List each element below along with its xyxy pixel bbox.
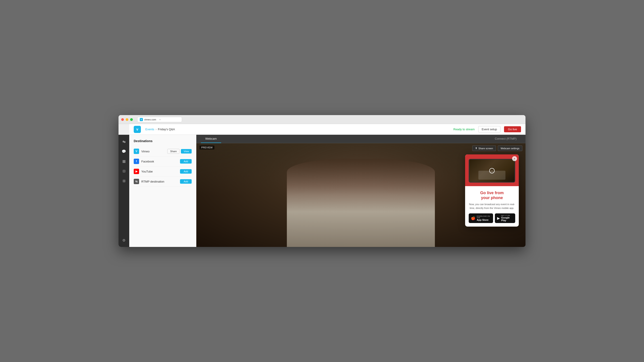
share-screen-label: Share screen xyxy=(478,147,493,150)
app-content: v Events › Friday's Q&A Ready to stream … xyxy=(118,124,526,247)
google-play-sub: GET IT ON xyxy=(501,215,513,216)
youtube-dest-name: YouTube xyxy=(141,170,180,173)
phone-mockup: LIVE ○ xyxy=(469,159,515,183)
vimeo-share-button[interactable]: Share xyxy=(167,149,180,154)
app-store-text: Download on the App Store xyxy=(477,215,491,221)
share-screen-icon: ⬆ xyxy=(475,147,477,150)
modal-close-button[interactable]: × xyxy=(512,156,517,161)
close-traffic-light[interactable] xyxy=(121,118,124,121)
app-store-sub: Download on the xyxy=(477,215,491,219)
rtmp-dest-name: RTMP destination xyxy=(141,180,180,183)
sidebar-icons: ⇆ 💬 ▦ ⊟ ⊞ ⚙ xyxy=(118,135,129,247)
phone-screen: LIVE ○ xyxy=(469,160,514,182)
sidebar-item-chat[interactable]: 💬 xyxy=(120,147,128,155)
preview-label: PREVIEW xyxy=(200,145,214,149)
modal-title: Go live from your phone xyxy=(469,191,515,200)
preview-controls: ⬆ Share screen Webcam settings xyxy=(472,145,522,151)
favicon: V xyxy=(140,118,143,121)
tab-connect-rtmp[interactable]: Connect (RTMP) xyxy=(490,135,521,143)
facebook-dest-name: Facebook xyxy=(141,160,180,163)
destinations-panel: Destinations V Vimeo Share View f Facebo… xyxy=(129,135,196,247)
sidebar-item-image[interactable]: ⊞ xyxy=(120,177,128,185)
preview-area: PREVIEW ⬆ Share screen Webcam settings × xyxy=(196,143,526,247)
modal-title-line2: your phone xyxy=(481,196,503,200)
sidebar-item-share[interactable]: ⇆ xyxy=(120,137,128,145)
store-buttons: 🍎 Download on the App Store ▶ xyxy=(469,213,515,223)
breadcrumb-current: Friday's Q&A xyxy=(158,128,175,131)
breadcrumb-parent[interactable]: Events xyxy=(145,128,154,131)
list-item: ▶ YouTube Add xyxy=(134,166,192,177)
modal-description: Now, you can broadcast any event in real… xyxy=(469,202,515,210)
facebook-add-button[interactable]: Add xyxy=(180,159,192,164)
phone-play-button: ○ xyxy=(489,168,495,173)
studio-tabs: Webcam Connect (RTMP) xyxy=(196,135,526,143)
google-play-icon: ▶ xyxy=(497,216,500,220)
address-bar[interactable]: V vimeo.com × xyxy=(137,117,182,122)
url-text: vimeo.com xyxy=(144,118,156,121)
modal-body: Go live from your phone Now, you can bro… xyxy=(465,186,519,227)
studio-area: Webcam Connect (RTMP) PREVIEW xyxy=(196,135,526,247)
top-nav-right: Ready to stream Event setup Go live xyxy=(454,126,521,132)
google-play-button[interactable]: ▶ GET IT ON Google Play xyxy=(495,213,515,223)
list-item: f Facebook Add xyxy=(134,156,192,166)
rtmp-add-button[interactable]: Add xyxy=(180,179,192,184)
destinations-title: Destinations xyxy=(134,139,192,143)
facebook-logo-dest: f xyxy=(134,159,139,164)
tab-close[interactable]: × xyxy=(159,118,160,121)
breadcrumb: Events › Friday's Q&A xyxy=(145,128,175,131)
browser-chrome: V vimeo.com × xyxy=(118,115,526,124)
event-setup-button[interactable]: Event setup xyxy=(478,126,500,132)
mobile-promo-modal: × LIVE xyxy=(465,154,519,227)
top-nav: v Events › Friday's Q&A Ready to stream … xyxy=(129,124,526,135)
vimeo-logo-icon: v xyxy=(134,126,141,133)
apple-icon: 🍎 xyxy=(471,216,476,220)
list-item: ⇆ RTMP destination Add xyxy=(134,177,192,187)
tab-webcam[interactable]: Webcam xyxy=(201,135,221,143)
webcam-settings-button[interactable]: Webcam settings xyxy=(498,145,522,151)
vimeo-logo-dest: V xyxy=(134,149,139,154)
list-item: V Vimeo Share View xyxy=(134,146,192,156)
google-play-name: Google Play xyxy=(501,216,513,222)
rtmp-logo-dest: ⇆ xyxy=(134,179,139,184)
modal-title-line1: Go live from xyxy=(480,191,504,195)
minimize-traffic-light[interactable] xyxy=(126,118,128,121)
vimeo-logo: v xyxy=(134,126,141,133)
main-panel: Destinations V Vimeo Share View f Facebo… xyxy=(129,135,526,247)
browser-window: V vimeo.com × v Events › Friday's Q&A Re… xyxy=(118,115,526,247)
sidebar-item-analytics[interactable]: ▦ xyxy=(120,157,128,165)
ready-to-stream-status: Ready to stream xyxy=(454,128,475,131)
share-screen-button[interactable]: ⬆ Share screen xyxy=(472,145,496,151)
sidebar-item-captions[interactable]: ⊟ xyxy=(120,167,128,175)
go-live-button[interactable]: Go live xyxy=(504,126,521,132)
breadcrumb-arrow: › xyxy=(156,128,156,131)
google-play-text: GET IT ON Google Play xyxy=(501,215,513,222)
vimeo-view-button[interactable]: View xyxy=(181,149,192,153)
youtube-add-button[interactable]: Add xyxy=(180,169,192,174)
app-store-button[interactable]: 🍎 Download on the App Store xyxy=(469,213,493,223)
youtube-logo-dest: ▶ xyxy=(134,169,139,174)
maximize-traffic-light[interactable] xyxy=(130,118,133,121)
sidebar-item-settings[interactable]: ⚙ xyxy=(120,236,128,244)
vimeo-dest-name: Vimeo xyxy=(141,150,167,153)
modal-phone-preview: LIVE ○ xyxy=(465,154,519,186)
app-store-name: App Store xyxy=(477,219,491,221)
